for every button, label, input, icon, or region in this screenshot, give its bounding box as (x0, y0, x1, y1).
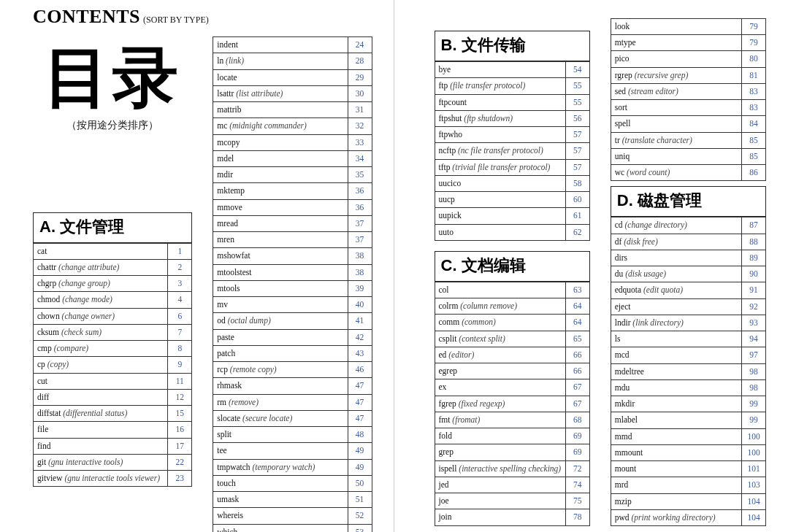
command-cell: mtype (611, 35, 741, 51)
right-col-2: look79mtype79pico80rgrep (recursive grep… (611, 6, 766, 526)
table-row: tftp (trivial file transfer protocol)57 (435, 159, 589, 175)
table-row: df (disk free)88 (611, 234, 765, 250)
table-row: gitview (gnu interactie tools viewer)23 (34, 471, 192, 487)
command-cell: colrm (column remove) (435, 298, 565, 315)
table-row: patch43 (213, 345, 372, 361)
page-number-cell: 58 (565, 175, 589, 191)
table-row: mren37 (213, 232, 372, 248)
page-number-cell: 93 (742, 315, 766, 331)
page-number-cell: 66 (565, 363, 589, 379)
page-number-cell: 67 (565, 379, 589, 396)
command-cell: pico (611, 51, 741, 67)
page-number-cell: 72 (565, 460, 589, 477)
page-number-cell: 15 (168, 406, 192, 422)
page-number-cell: 55 (565, 78, 589, 94)
page-number-cell: 35 (348, 167, 372, 183)
page-number-cell: 83 (742, 100, 766, 116)
command-note: (nc file transfer protocol) (456, 146, 543, 155)
table-row: edquota (edit quota)91 (611, 282, 765, 298)
command-cell: spell (611, 116, 741, 132)
command-cell: tmpwatch (temporary watch) (213, 459, 348, 475)
table-row: git (gnu interactive tools)22 (34, 454, 192, 470)
table-row: mzip104 (611, 493, 765, 509)
table-row: uupick61 (435, 208, 589, 224)
page-number-cell: 23 (168, 471, 192, 487)
command-note: (common) (459, 317, 496, 326)
command-name: spell (615, 119, 631, 128)
page-number-cell: 65 (565, 331, 589, 347)
command-cell: cp (copy) (34, 357, 168, 373)
command-note: (gnu interactie tools viewer) (63, 474, 161, 482)
command-cell: uuto (435, 224, 565, 240)
table-row: egrep66 (435, 363, 589, 379)
command-name: cut (37, 377, 47, 385)
command-name: ftpcount (439, 98, 467, 107)
command-cell: pwd (print working directory) (611, 509, 741, 525)
command-cell: whereis (213, 508, 348, 524)
command-name: csplit (439, 334, 457, 343)
command-cell: mmd (611, 428, 741, 444)
page-number-cell: 62 (565, 224, 589, 240)
command-name: wc (615, 168, 624, 177)
page-number-cell: 63 (565, 282, 589, 298)
command-name: rcp (217, 365, 228, 374)
command-name: lndir (615, 318, 631, 327)
command-name: mcd (615, 350, 630, 359)
table-row: mount101 (611, 461, 765, 477)
page-number-cell: 68 (565, 412, 589, 428)
page-number-cell: 49 (348, 459, 372, 475)
page-number-cell: 38 (348, 264, 372, 280)
command-name: split (217, 430, 232, 439)
table-row: which53 (213, 524, 372, 532)
page-number-cell: 90 (742, 266, 766, 282)
command-note: (remove) (226, 398, 259, 406)
command-note: (file transfer protocol) (448, 81, 525, 90)
command-cell: cat (34, 243, 168, 259)
command-name: sort (615, 103, 627, 112)
page-number-cell: 84 (742, 116, 766, 132)
page-number-cell: 55 (565, 94, 589, 110)
table-row: du (disk usage)90 (611, 266, 765, 282)
table-row: ftp (file transfer protocol)55 (435, 78, 589, 94)
page-number-cell: 37 (348, 215, 372, 231)
command-note: (octal dump) (226, 316, 271, 325)
command-cell: slocate (secure locate) (213, 410, 348, 426)
command-cell: joe (435, 493, 565, 509)
command-cell: eject (611, 298, 741, 315)
table-row: paste42 (213, 329, 372, 345)
command-name: git (37, 458, 46, 466)
left-col-2: indent24ln (link)28locate29lsattr (list … (213, 32, 372, 532)
table-a2: indent24ln (link)28locate29lsattr (list … (213, 36, 372, 532)
page-number-cell: 57 (565, 143, 589, 159)
command-note: (list attribute) (234, 89, 283, 98)
table-row: pwd (print working directory)104 (611, 509, 765, 525)
command-cell: lndir (link directory) (611, 315, 741, 331)
page-number-cell: 57 (565, 127, 589, 143)
command-cell: fold (435, 428, 565, 444)
command-cell: ftp (file transfer protocol) (435, 78, 565, 94)
command-cell: mzip (611, 493, 741, 509)
command-name: mzip (615, 497, 632, 506)
page-number-cell: 56 (565, 110, 589, 126)
page-number-cell: 98 (742, 363, 766, 379)
command-name: ftpshut (439, 114, 462, 123)
right-col-1: B. 文件传输 bye54ftp (file transfer protocol… (435, 6, 590, 526)
table-row: ftpcount55 (435, 94, 589, 110)
table-row: mmd100 (611, 428, 765, 444)
command-cell: mrd (611, 477, 741, 493)
command-name: diffstat (37, 409, 61, 417)
table-row: lsattr (list attribute)30 (213, 85, 372, 101)
page-number-cell: 74 (565, 477, 589, 493)
page-number-cell: 81 (742, 67, 766, 83)
command-note: (change mode) (60, 295, 112, 304)
table-row: ftpshut (ftp shutdown)56 (435, 110, 589, 126)
command-note: (midnight commander) (227, 121, 307, 130)
table-row: cat1 (34, 243, 192, 259)
command-cell: csplit (context split) (435, 331, 565, 347)
command-note: (stream editor) (626, 87, 678, 96)
page-number-cell: 69 (565, 444, 589, 460)
command-name: uupick (439, 211, 462, 220)
page-number-cell: 49 (348, 443, 372, 459)
command-cell: od (octal dump) (213, 313, 348, 329)
command-cell: jed (435, 477, 565, 493)
